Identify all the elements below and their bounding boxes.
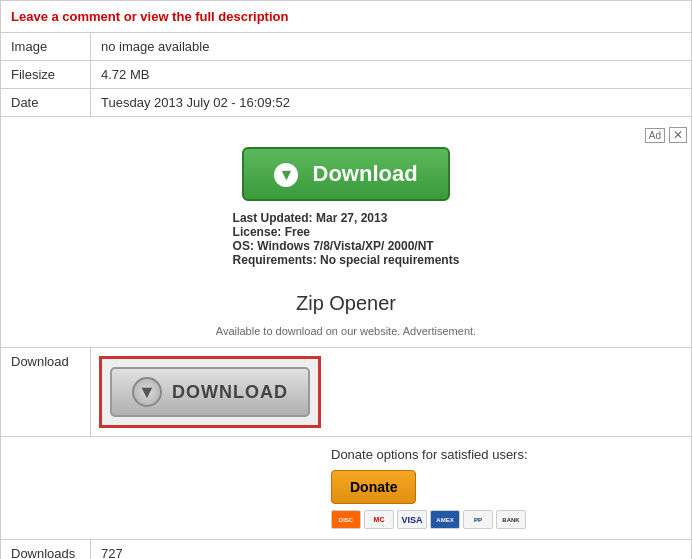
payment-icons: DISC MC VISA AMEX PP BANK xyxy=(331,510,671,529)
image-value: no image available xyxy=(91,33,692,61)
requirements-value: No special requirements xyxy=(320,253,459,267)
filesize-value: 4.72 MB xyxy=(91,61,692,89)
payment-icon-bank: BANK xyxy=(496,510,526,529)
payment-icon-amex: AMEX xyxy=(430,510,460,529)
os-value: Windows 7/8/Vista/XP/ 2000/NT xyxy=(257,239,433,253)
ad-container: Ad ✕ ▼ Download Last Updated: Mar 27, 20… xyxy=(1,117,691,347)
filesize-label: Filesize xyxy=(1,61,91,89)
payment-icon-mastercard: MC xyxy=(364,510,394,529)
downloads-value: 727 xyxy=(91,540,692,559)
downloads-label: Downloads xyxy=(1,540,91,559)
donate-button[interactable]: Donate xyxy=(331,470,416,504)
date-value: Tuesday 2013 July 02 - 16:09:52 xyxy=(91,89,692,117)
green-download-button[interactable]: ▼ Download xyxy=(242,147,449,201)
license-value: Free xyxy=(285,225,310,239)
date-label: Date xyxy=(1,89,91,117)
last-updated-value: Mar 27, 2013 xyxy=(316,211,387,225)
download-label: Download xyxy=(1,348,91,437)
last-updated-label: Last Updated: xyxy=(233,211,313,225)
description-link[interactable]: Leave a comment or view the full descrip… xyxy=(11,9,288,24)
donate-section: Donate options for satisfied users: Dona… xyxy=(1,437,691,539)
green-download-label: Download xyxy=(313,161,418,186)
payment-icon-visa: VISA xyxy=(397,510,427,529)
image-label: Image xyxy=(1,33,91,61)
software-title: Zip Opener xyxy=(1,292,691,315)
download-icon: ▼ xyxy=(132,377,162,407)
gray-download-button[interactable]: ▼ DOWNLOAD xyxy=(110,367,310,417)
download-btn-text: DOWNLOAD xyxy=(172,382,288,403)
requirements-label: Requirements: xyxy=(233,253,317,267)
license-label: License: xyxy=(233,225,282,239)
download-arrow-icon: ▼ xyxy=(274,163,298,187)
ad-close-icon[interactable]: ✕ xyxy=(669,127,687,143)
download-button-wrapper: ▼ DOWNLOAD xyxy=(99,356,321,428)
os-label: OS: xyxy=(233,239,254,253)
ad-info: Last Updated: Mar 27, 2013 License: Free… xyxy=(233,211,460,267)
payment-icon-discover: DISC xyxy=(331,510,361,529)
payment-icon-paypal: PP xyxy=(463,510,493,529)
ad-label: Ad xyxy=(645,128,665,143)
advertisement-note: Available to download on our website. Ad… xyxy=(1,325,691,337)
donate-title: Donate options for satisfied users: xyxy=(331,447,671,462)
